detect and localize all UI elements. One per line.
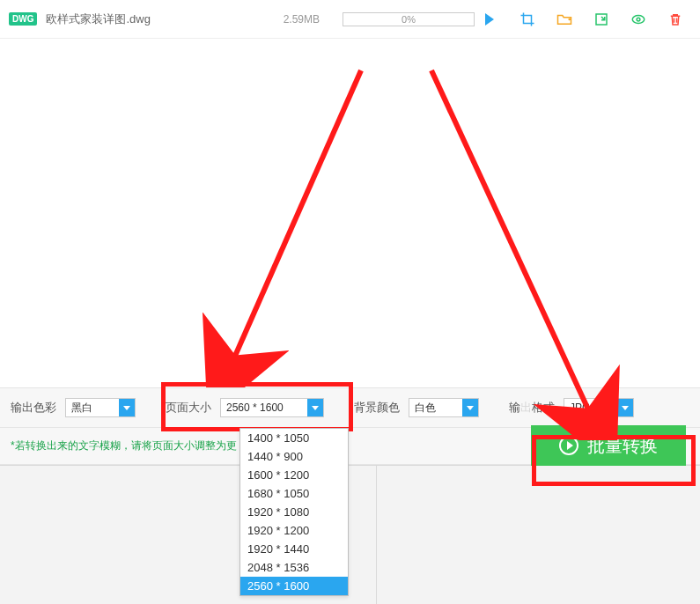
progress-bar: 0%	[343, 12, 475, 26]
batch-convert-button[interactable]: 批量转换	[531, 425, 686, 466]
page-size-option[interactable]: 2560 * 1600	[240, 577, 348, 595]
dwg-badge: DWG	[9, 12, 37, 26]
svg-point-0	[632, 15, 645, 23]
output-format-select[interactable]: JPG	[564, 398, 634, 417]
folder-open-icon[interactable]	[556, 11, 572, 27]
page-size-option[interactable]: 1920 * 1200	[240, 521, 348, 540]
output-color-select[interactable]: 黑白	[65, 398, 136, 417]
output-format-label: 输出格式	[509, 400, 555, 416]
eye-icon[interactable]	[630, 11, 646, 27]
trash-icon[interactable]	[667, 11, 683, 27]
bottom-panel	[0, 465, 700, 604]
settings-bar: 输出色彩 黑白 页面大小 2560 * 1600 背景颜色 白色 输出格式 JP…	[0, 387, 700, 428]
file-list-empty-area	[0, 39, 700, 387]
chevron-down-icon	[307, 399, 323, 416]
play-circle-icon	[559, 436, 578, 455]
page-size-option[interactable]: 1680 * 1050	[240, 484, 348, 503]
svg-point-1	[637, 18, 640, 21]
page-size-option[interactable]: 1600 * 1200	[240, 466, 348, 484]
page-size-dropdown[interactable]: 1400 * 10501440 * 9001600 * 12001680 * 1…	[239, 428, 349, 596]
file-row: DWG 欧样式家装详图.dwg 2.59MB 0%	[0, 0, 700, 39]
file-size: 2.59MB	[284, 13, 320, 26]
page-size-select[interactable]: 2560 * 1600	[220, 398, 324, 417]
hint-text: *若转换出来的文字模糊，请将页面大小调整为更	[11, 438, 237, 453]
file-name: 欧样式家装详图.dwg	[46, 11, 150, 27]
convert-button-label: 批量转换	[587, 434, 658, 458]
chevron-down-icon	[462, 399, 478, 416]
page-size-option[interactable]: 1920 * 1440	[240, 540, 348, 558]
page-size-label: 页面大小	[166, 400, 211, 416]
page-size-option[interactable]: 2048 * 1536	[240, 558, 348, 577]
chevron-down-icon	[617, 399, 633, 416]
hint-bar: *若转换出来的文字模糊，请将页面大小调整为更 批量转换	[0, 428, 700, 465]
output-color-label: 输出色彩	[11, 400, 56, 416]
export-icon[interactable]	[593, 11, 609, 27]
bg-color-select[interactable]: 白色	[409, 398, 479, 417]
play-icon[interactable]	[485, 13, 494, 26]
page-size-option[interactable]: 1920 * 1080	[240, 503, 348, 521]
bg-color-label: 背景颜色	[354, 400, 400, 416]
page-size-option[interactable]: 1440 * 900	[240, 447, 348, 466]
chevron-down-icon	[119, 399, 135, 416]
page-size-option[interactable]: 1400 * 1050	[240, 429, 348, 447]
progress-text: 0%	[402, 14, 416, 25]
crop-icon[interactable]	[519, 11, 535, 27]
